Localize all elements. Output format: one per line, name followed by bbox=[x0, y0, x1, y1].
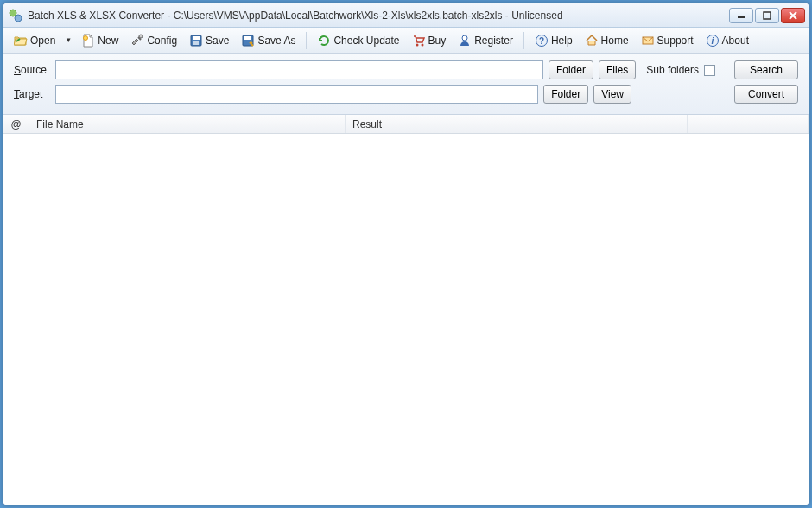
svg-rect-3 bbox=[764, 12, 771, 19]
svg-point-13 bbox=[416, 43, 418, 46]
new-button[interactable]: New bbox=[76, 30, 124, 51]
register-label: Register bbox=[474, 35, 513, 47]
svg-point-6 bbox=[84, 35, 88, 40]
target-label: Target bbox=[14, 88, 50, 100]
maximize-button[interactable] bbox=[755, 8, 779, 23]
config-label: Config bbox=[147, 35, 177, 47]
home-label: Home bbox=[601, 35, 629, 47]
titlebar: Batch XLS & XLSX Converter - C:\Users\VM… bbox=[3, 3, 809, 28]
source-input[interactable] bbox=[55, 60, 543, 79]
save-label: Save bbox=[206, 35, 229, 47]
table-header: @ File Name Result bbox=[3, 115, 809, 134]
source-label: Source bbox=[14, 64, 50, 76]
register-button[interactable]: Register bbox=[453, 30, 518, 51]
support-label: Support bbox=[657, 35, 694, 47]
new-file-icon bbox=[81, 34, 95, 48]
config-button[interactable]: Config bbox=[125, 30, 182, 51]
svg-point-15 bbox=[462, 35, 467, 41]
toolbar: Open ▼ New Config Save Save bbox=[3, 28, 809, 54]
source-row: Source Folder Files Sub folders Search bbox=[14, 60, 798, 79]
svg-rect-12 bbox=[244, 36, 251, 40]
support-icon bbox=[641, 34, 655, 48]
info-icon: i bbox=[706, 34, 720, 48]
home-button[interactable]: Home bbox=[580, 30, 634, 51]
check-update-label: Check Update bbox=[333, 35, 399, 47]
svg-point-14 bbox=[421, 43, 423, 46]
open-label: Open bbox=[30, 35, 55, 47]
save-as-button[interactable]: Save As bbox=[236, 30, 301, 51]
target-folder-button[interactable]: Folder bbox=[543, 85, 588, 104]
toolbar-separator bbox=[523, 32, 524, 49]
cart-icon bbox=[412, 34, 426, 48]
help-icon: ? bbox=[535, 34, 549, 48]
table-body bbox=[3, 134, 809, 505]
save-icon bbox=[189, 34, 203, 48]
about-label: About bbox=[722, 35, 749, 47]
col-tail[interactable] bbox=[688, 115, 809, 133]
app-window: Batch XLS & XLSX Converter - C:\Users\VM… bbox=[3, 3, 809, 505]
window-controls bbox=[729, 8, 805, 23]
update-icon bbox=[317, 34, 331, 48]
source-files-button[interactable]: Files bbox=[599, 60, 636, 79]
col-filename[interactable]: File Name bbox=[29, 115, 346, 133]
svg-rect-9 bbox=[193, 36, 200, 40]
target-input[interactable] bbox=[55, 85, 538, 104]
close-button[interactable] bbox=[781, 8, 805, 23]
sub-folders-checkbox[interactable] bbox=[704, 65, 715, 76]
minimize-button[interactable] bbox=[729, 8, 753, 23]
help-label: Help bbox=[551, 35, 573, 47]
register-icon bbox=[458, 34, 472, 48]
svg-point-1 bbox=[15, 15, 22, 22]
col-at[interactable]: @ bbox=[3, 115, 29, 133]
support-button[interactable]: Support bbox=[636, 30, 699, 51]
col-result[interactable]: Result bbox=[346, 115, 688, 133]
about-button[interactable]: i About bbox=[701, 30, 754, 51]
home-icon bbox=[585, 34, 599, 48]
svg-text:?: ? bbox=[539, 36, 544, 46]
save-as-label: Save As bbox=[257, 35, 295, 47]
buy-label: Buy bbox=[428, 35, 447, 47]
open-button[interactable]: Open bbox=[9, 30, 60, 51]
toolbar-separator bbox=[306, 32, 307, 49]
svg-rect-10 bbox=[193, 41, 199, 45]
target-view-button[interactable]: View bbox=[593, 85, 631, 104]
svg-point-7 bbox=[139, 35, 143, 38]
config-icon bbox=[130, 34, 144, 48]
buy-button[interactable]: Buy bbox=[407, 30, 452, 51]
app-icon bbox=[9, 9, 22, 22]
dropdown-icon: ▼ bbox=[65, 36, 72, 44]
sub-folders-label: Sub folders bbox=[646, 64, 699, 76]
open-folder-icon bbox=[14, 34, 28, 48]
svg-point-0 bbox=[10, 10, 16, 16]
search-button[interactable]: Search bbox=[734, 60, 798, 79]
window-title: Batch XLS & XLSX Converter - C:\Users\VM… bbox=[28, 10, 729, 22]
new-label: New bbox=[98, 35, 118, 47]
save-as-icon bbox=[241, 34, 255, 48]
check-update-button[interactable]: Check Update bbox=[312, 30, 404, 51]
open-dropdown[interactable]: ▼ bbox=[62, 33, 74, 48]
convert-button[interactable]: Convert bbox=[734, 85, 798, 104]
save-button[interactable]: Save bbox=[184, 30, 234, 51]
help-button[interactable]: ? Help bbox=[530, 30, 578, 51]
svg-text:i: i bbox=[711, 36, 714, 46]
target-row: Target Folder View Convert bbox=[14, 85, 798, 104]
form-area: Source Folder Files Sub folders Search T… bbox=[3, 54, 809, 115]
source-folder-button[interactable]: Folder bbox=[549, 60, 593, 79]
